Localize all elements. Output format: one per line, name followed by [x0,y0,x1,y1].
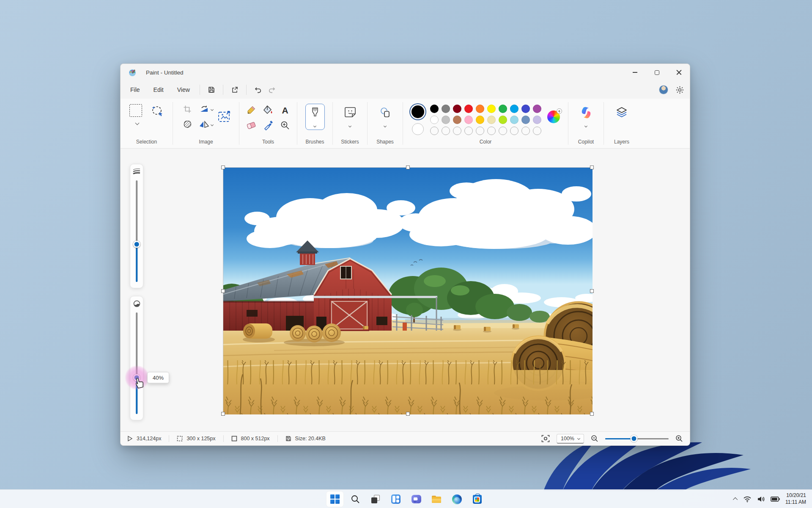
palette-swatch[interactable] [430,116,439,124]
chevron-down-icon[interactable] [135,121,140,125]
selection-handle[interactable] [221,412,225,416]
rotate-icon[interactable] [199,105,209,113]
selection-handle[interactable] [590,289,594,293]
palette-swatch-empty[interactable] [464,127,473,135]
menu-file[interactable]: File [125,84,145,96]
palette-swatch[interactable] [476,105,484,113]
palette-swatch[interactable] [442,105,450,113]
selection-handle[interactable] [590,166,594,169]
maximize-button[interactable] [646,64,668,81]
redo-button[interactable] [265,83,280,96]
palette-swatch-empty[interactable] [487,127,496,135]
opacity-slider-track[interactable] [136,312,137,414]
clock[interactable]: 10/20/21 11:11 AM [785,492,808,505]
task-view-button[interactable] [367,491,384,507]
close-button[interactable] [668,64,690,81]
palette-swatch-empty[interactable] [499,127,507,135]
zoom-in-icon[interactable] [675,435,683,442]
volume-icon[interactable] [757,496,765,502]
selection-handle[interactable] [406,166,410,169]
undo-button[interactable] [251,83,265,96]
stickers-button[interactable] [344,104,357,127]
zoom-slider-thumb[interactable] [630,435,637,442]
palette-swatch[interactable] [521,116,530,124]
palette-swatch-empty[interactable] [533,127,541,135]
palette-swatch[interactable] [510,116,518,124]
store-button[interactable] [468,491,486,507]
palette-swatch[interactable] [453,105,461,113]
palette-swatch-empty[interactable] [430,127,439,135]
palette-swatch[interactable] [533,105,541,113]
palette-swatch-empty[interactable] [476,127,484,135]
fit-to-screen-icon[interactable] [541,435,550,442]
titlebar[interactable]: Paint - Untitled [121,64,690,81]
palette-swatch[interactable] [442,116,450,124]
text-tool-icon[interactable]: A [282,106,288,115]
shapes-button[interactable] [379,104,392,127]
palette-swatch[interactable] [510,105,518,113]
chevron-down-icon[interactable] [210,108,213,110]
palette-swatch[interactable] [521,105,530,113]
paint-canvas[interactable] [223,167,592,414]
rectangle-select-icon[interactable] [129,104,142,117]
menu-view[interactable]: View [172,84,195,96]
fill-icon[interactable] [263,105,274,115]
magnifier-icon[interactable] [280,120,290,130]
palette-swatch-empty[interactable] [453,127,461,135]
palette-swatch[interactable] [487,105,496,113]
tray-chevron-up-icon[interactable] [733,497,738,502]
crop-icon[interactable] [183,105,192,113]
size-slider-thumb[interactable] [133,241,140,248]
size-slider[interactable] [130,164,143,288]
account-avatar[interactable] [659,85,668,94]
palette-swatch-empty[interactable] [510,127,518,135]
layers-button[interactable] [615,104,628,120]
chevron-down-icon[interactable] [210,123,213,126]
color-picker-icon[interactable] [263,120,273,130]
flip-icon[interactable] [199,120,209,129]
wifi-icon[interactable] [743,496,752,502]
background-color-swatch[interactable] [412,123,424,135]
opacity-slider[interactable]: 40% [130,296,143,420]
selection-handle[interactable] [590,412,594,416]
minimize-button[interactable] [624,64,646,81]
foreground-color-swatch[interactable] [411,105,424,118]
background-removal-icon[interactable] [183,120,192,129]
copilot-button[interactable] [579,104,593,127]
size-slider-track[interactable] [136,180,137,282]
battery-icon[interactable] [771,497,780,502]
save-button[interactable] [204,83,219,96]
eraser-icon[interactable] [246,120,257,130]
palette-swatch[interactable] [453,116,461,124]
selection-handle[interactable] [221,289,225,293]
search-button[interactable] [346,491,364,507]
share-button[interactable] [228,83,242,96]
pencil-icon[interactable] [246,105,256,115]
palette-swatch-empty[interactable] [521,127,530,135]
selection-handle[interactable] [221,166,225,169]
palette-swatch[interactable] [487,116,496,124]
widgets-button[interactable] [387,491,405,507]
menu-edit[interactable]: Edit [148,84,169,96]
zoom-level-dropdown[interactable]: 100% [557,434,584,444]
start-button[interactable] [326,491,344,507]
palette-swatch-empty[interactable] [442,127,450,135]
zoom-slider[interactable] [605,435,669,442]
file-explorer-button[interactable] [428,491,445,507]
edit-colors-button[interactable] [547,110,560,123]
resize-image-icon[interactable] [217,110,232,124]
zoom-out-icon[interactable] [591,435,598,442]
selection-handle[interactable] [406,412,410,416]
palette-swatch[interactable] [430,105,439,113]
palette-swatch[interactable] [499,105,507,113]
palette-swatch[interactable] [499,116,507,124]
edge-button[interactable] [448,491,466,507]
free-select-icon[interactable] [151,104,164,117]
palette-swatch[interactable] [476,116,484,124]
settings-gear-icon[interactable] [676,86,684,94]
brushes-button[interactable] [305,104,325,130]
palette-swatch[interactable] [533,116,541,124]
chat-button[interactable] [407,491,425,507]
palette-swatch[interactable] [464,105,473,113]
palette-swatch[interactable] [464,116,473,124]
